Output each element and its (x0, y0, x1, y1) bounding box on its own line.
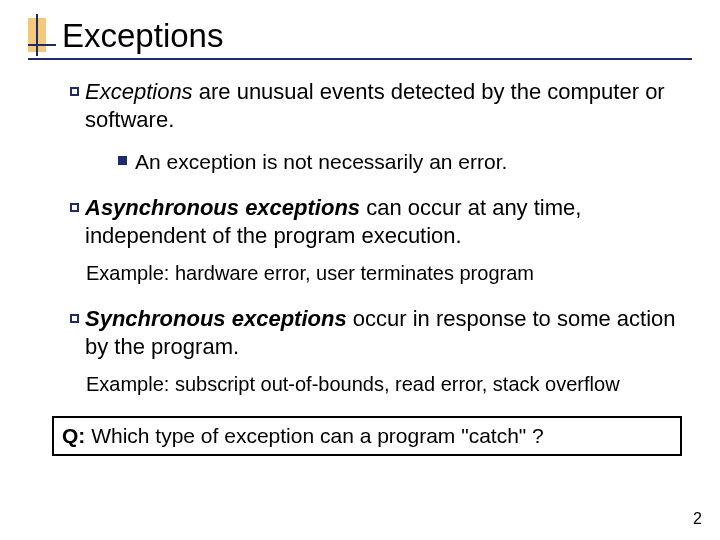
question-box: Q: Which type of exception can a program… (52, 416, 682, 456)
example-3: Example: subscript out-of-bounds, read e… (86, 373, 682, 396)
bullet-3: Synchronous exceptions occur in response… (70, 305, 682, 361)
title-bar: Exceptions (28, 14, 692, 60)
slide-body: Exceptions are unusual events detected b… (28, 78, 692, 456)
bullet-1a: An exception is not necessarily an error… (118, 148, 682, 175)
example-2: Example: hardware error, user terminates… (86, 262, 682, 285)
hollow-square-bullet-icon (70, 87, 79, 96)
bullet-2-text: Asynchronous exceptions can occur at any… (85, 194, 682, 250)
hollow-square-bullet-icon (70, 314, 79, 323)
page-number: 2 (693, 510, 702, 528)
solid-square-bullet-icon (118, 156, 127, 165)
title-decoration (28, 14, 58, 56)
bullet-1-text: Exceptions are unusual events detected b… (85, 78, 682, 134)
slide-title: Exceptions (62, 19, 223, 56)
hollow-square-bullet-icon (70, 203, 79, 212)
bullet-1: Exceptions are unusual events detected b… (70, 78, 682, 134)
slide: Exceptions Exceptions are unusual events… (0, 0, 720, 540)
bullet-1a-text: An exception is not necessarily an error… (135, 148, 507, 175)
bullet-2: Asynchronous exceptions can occur at any… (70, 194, 682, 250)
bullet-3-text: Synchronous exceptions occur in response… (85, 305, 682, 361)
